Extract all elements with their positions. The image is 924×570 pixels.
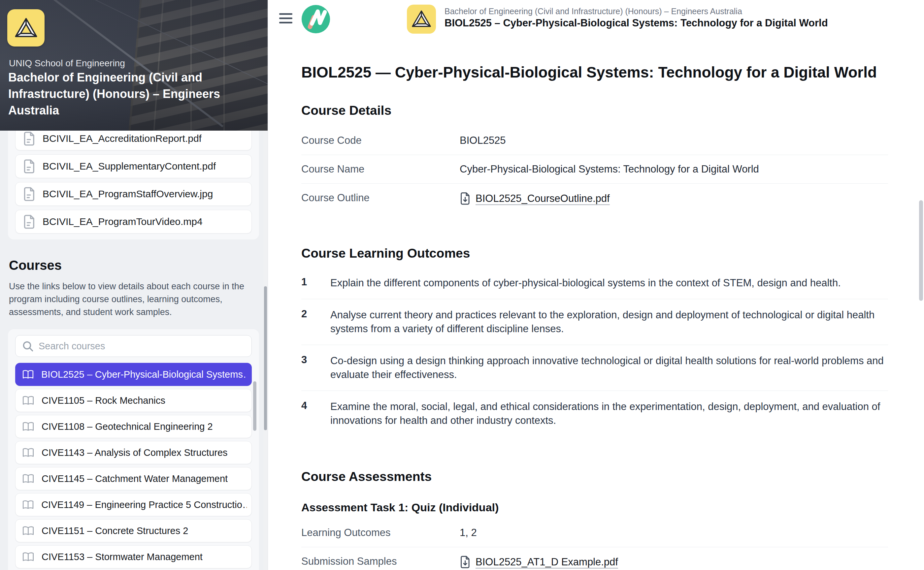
document-icon bbox=[23, 187, 35, 201]
course-list-item-cive1149[interactable]: CIVE1149 – Engineering Practice 5 Constr… bbox=[15, 493, 252, 516]
row-label: Learning Outcomes bbox=[301, 527, 460, 539]
course-list-item-cive1105[interactable]: CIVE1105 – Rock Mechanics bbox=[15, 389, 252, 412]
outcome-number: 2 bbox=[301, 308, 330, 336]
row-label: Course Outline bbox=[301, 192, 460, 204]
file-item[interactable]: BCIVIL_EA_SupplementaryContent.pdf bbox=[15, 155, 252, 178]
course-label: CIVE1143 – Analysis of Complex Structure… bbox=[41, 447, 228, 458]
course-list-item-biol2525[interactable]: BIOL2525 – Cyber-Physical-Biological Sys… bbox=[15, 363, 252, 386]
course-list-item-cive1108[interactable]: CIVE1108 – Geotechnical Engineering 2 bbox=[15, 415, 252, 438]
row-value: BIOL2525 bbox=[460, 135, 888, 146]
courses-intro: Use the links below to view details abou… bbox=[9, 280, 259, 319]
open-book-icon bbox=[22, 369, 34, 380]
open-book-icon bbox=[22, 526, 34, 536]
document-icon bbox=[23, 159, 35, 173]
file-download-icon bbox=[460, 556, 470, 568]
table-row: Course Code BIOL2525 bbox=[301, 126, 888, 155]
courses-card: BIOL2525 – Cyber-Physical-Biological Sys… bbox=[8, 329, 259, 570]
program-files-card: BCIVIL_EA_AccreditationReport.pdf BCIVIL… bbox=[8, 121, 259, 239]
file-item[interactable]: BCIVIL_EA_ProgramStaffOverview.jpg bbox=[15, 182, 252, 206]
row-value: Cyber-Physical-Biological Systems: Techn… bbox=[460, 163, 888, 175]
file-name: BCIVIL_EA_ProgramStaffOverview.jpg bbox=[43, 188, 213, 199]
file-name: BCIVIL_EA_SupplementaryContent.pdf bbox=[43, 161, 216, 172]
table-row: 4 Examine the moral, social, legal, and … bbox=[301, 391, 888, 437]
program-title: Bachelor of Engineering (Civil and Infra… bbox=[8, 69, 255, 119]
sample-download-link[interactable]: BIOL2525_AT1_D Example.pdf bbox=[460, 556, 888, 568]
program-logo-icon bbox=[7, 9, 45, 46]
search-input[interactable] bbox=[15, 336, 252, 357]
outcome-text: Analyse current theory and practices rel… bbox=[330, 308, 888, 336]
school-name: UNIQ School of Engineering bbox=[9, 58, 125, 69]
sidebar: UNIQ School of Engineering Bachelor of E… bbox=[0, 0, 268, 570]
hero-content: UNIQ School of Engineering Bachelor of E… bbox=[0, 0, 268, 130]
assessment-task1-heading: Assessment Task 1: Quiz (Individual) bbox=[301, 501, 888, 514]
main-scrollbar-thumb[interactable] bbox=[919, 200, 923, 301]
assessment-task1-table: Learning Outcomes 1, 2 Submission Sample… bbox=[301, 519, 888, 570]
row-label: Course Name bbox=[301, 163, 460, 175]
main-panel: Bachelor of Engineering (Civil and Infra… bbox=[268, 0, 924, 570]
outcome-number: 3 bbox=[301, 354, 330, 382]
learning-outcomes-heading: Course Learning Outcomes bbox=[301, 246, 888, 260]
course-label: CIVE1105 – Rock Mechanics bbox=[41, 395, 165, 406]
course-details-heading: Course Details bbox=[301, 103, 888, 118]
course-outline-download-link[interactable]: BIOL2525_CourseOutline.pdf bbox=[460, 192, 610, 205]
course-list-item-cive1153[interactable]: CIVE1153 – Stormwater Management bbox=[15, 545, 252, 568]
table-row: Course Outline BIOL2525_CourseOutline.pd… bbox=[301, 184, 888, 216]
course-label: BIOL2525 – Cyber-Physical-Biological Sys… bbox=[41, 369, 247, 380]
outcome-number: 1 bbox=[301, 276, 330, 290]
course-label: CIVE1153 – Stormwater Management bbox=[41, 552, 203, 562]
outcome-text: Explain the different components of cybe… bbox=[330, 276, 888, 290]
course-label: CIVE1108 – Geotechnical Engineering 2 bbox=[41, 421, 213, 432]
sidebar-scrollbar-thumb[interactable] bbox=[264, 287, 267, 430]
open-book-icon bbox=[22, 447, 34, 458]
program-hero-banner: UNIQ School of Engineering Bachelor of E… bbox=[0, 0, 268, 130]
table-row: Course Name Cyber-Physical-Biological Sy… bbox=[301, 155, 888, 184]
table-row: 1 Explain the different components of cy… bbox=[301, 267, 888, 299]
menu-icon[interactable] bbox=[279, 13, 294, 25]
table-row: Learning Outcomes 1, 2 bbox=[301, 519, 888, 547]
outcome-text: Co-design using a design thinking approa… bbox=[330, 354, 888, 382]
file-name: BCIVIL_EA_AccreditationReport.pdf bbox=[43, 133, 202, 144]
table-row: 2 Analyse current theory and practices r… bbox=[301, 299, 888, 345]
open-book-icon bbox=[22, 552, 34, 562]
file-download-icon bbox=[460, 192, 470, 205]
file-link-text: BIOL2525_AT1_D Example.pdf bbox=[476, 556, 618, 568]
outcome-text: Examine the moral, social, legal, and et… bbox=[330, 400, 888, 428]
course-list-item-cive1151[interactable]: CIVE1151 – Concrete Structures 2 bbox=[15, 519, 252, 542]
course-page-content: BIOL2525 — Cyber-Physical-Biological Sys… bbox=[301, 0, 888, 570]
course-details-table: Course Code BIOL2525 Course Name Cyber-P… bbox=[301, 126, 888, 216]
document-icon bbox=[23, 131, 35, 146]
open-book-icon bbox=[22, 473, 34, 484]
course-search bbox=[15, 335, 252, 357]
file-name: BCIVIL_EA_ProgramTourVideo.mp4 bbox=[43, 216, 203, 227]
open-book-icon bbox=[22, 395, 34, 406]
row-label: Course Code bbox=[301, 135, 460, 146]
open-book-icon bbox=[22, 500, 34, 510]
course-list-item-cive1145[interactable]: CIVE1145 – Catchment Water Management bbox=[15, 467, 252, 490]
course-label: CIVE1145 – Catchment Water Management bbox=[41, 473, 228, 484]
row-label: Submission Samples bbox=[301, 556, 460, 567]
course-label: CIVE1151 – Concrete Structures 2 bbox=[41, 526, 188, 536]
open-book-icon bbox=[22, 421, 34, 432]
row-value: 1, 2 bbox=[460, 527, 888, 539]
table-row: Submission Samples BIOL2525_AT1_D Exampl… bbox=[301, 547, 888, 570]
file-link-text: BIOL2525_CourseOutline.pdf bbox=[476, 193, 610, 204]
course-label: CIVE1149 – Engineering Practice 5 Constr… bbox=[41, 500, 247, 510]
outcome-number: 4 bbox=[301, 400, 330, 428]
course-list-item-cive1143[interactable]: CIVE1143 – Analysis of Complex Structure… bbox=[15, 441, 252, 464]
penrose-triangle-icon bbox=[14, 16, 38, 40]
file-item[interactable]: BCIVIL_EA_ProgramTourVideo.mp4 bbox=[15, 210, 252, 234]
page-title: BIOL2525 — Cyber-Physical-Biological Sys… bbox=[301, 62, 882, 83]
course-list-scrollbar[interactable] bbox=[253, 382, 256, 431]
app-window: UNIQ School of Engineering Bachelor of E… bbox=[0, 0, 924, 570]
document-icon bbox=[23, 215, 35, 229]
assessments-heading: Course Assessments bbox=[301, 469, 888, 484]
courses-heading: Courses bbox=[9, 258, 268, 273]
table-row: 3 Co-design using a design thinking appr… bbox=[301, 345, 888, 391]
learning-outcomes-table: 1 Explain the different components of cy… bbox=[301, 267, 888, 437]
